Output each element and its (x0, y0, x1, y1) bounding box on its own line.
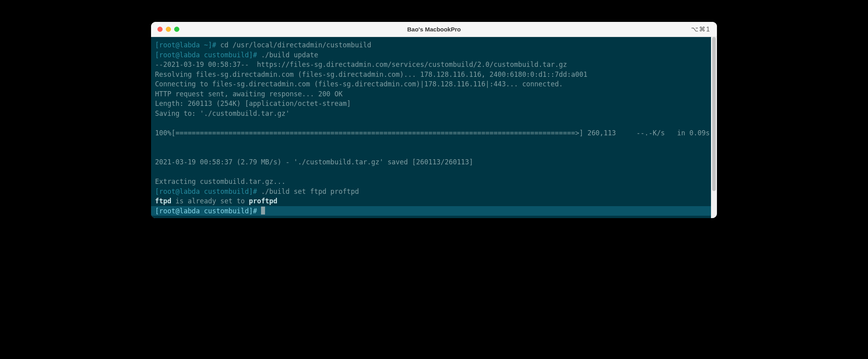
shell-prompt: [root@labda custombuild]# (155, 187, 257, 195)
terminal-content[interactable]: [root@labda ~]# cd /usr/local/directadmi… (151, 37, 711, 218)
terminal-output-line: Resolving files-sg.directadmin.com (file… (155, 70, 587, 78)
terminal-wrapper: [root@labda ~]# cd /usr/local/directadmi… (151, 37, 717, 218)
shell-command: cd /usr/local/directadmin/custombuild (216, 41, 371, 49)
shell-command: ./build update (257, 51, 318, 59)
shell-command (257, 207, 261, 215)
terminal-output-line: Saving to: './custombuild.tar.gz' (155, 109, 290, 117)
terminal-output-line: Extracting custombuild.tar.gz... (155, 178, 286, 185)
traffic-lights (151, 27, 179, 32)
window-shortcut-indicator: ⌥⌘1 (691, 25, 711, 33)
close-button[interactable] (157, 27, 163, 32)
shell-prompt: [root@labda custombuild]# (155, 51, 257, 59)
terminal-window: Bao's MacbookPro ⌥⌘1 [root@labda ~]# cd … (151, 22, 717, 218)
terminal-output-line: HTTP request sent, awaiting response... … (155, 90, 343, 98)
terminal-output-key: ftpd (155, 197, 171, 205)
shell-prompt: [root@labda ~]# (155, 41, 216, 49)
terminal-output-line: Length: 260113 (254K) [application/octet… (155, 100, 351, 107)
terminal-output-line: 100%[===================================… (155, 129, 710, 137)
terminal-output-line: 2021-03-19 00:58:37 (2.79 MB/s) - './cus… (155, 158, 473, 166)
window-title: Bao's MacbookPro (151, 26, 717, 33)
cursor-icon (261, 207, 265, 215)
active-prompt-line: [root@labda custombuild]# (151, 206, 711, 216)
terminal-output-value: proftpd (249, 197, 277, 205)
minimize-button[interactable] (166, 27, 171, 32)
terminal-output-line: --2021-03-19 00:58:37-- https://files-sg… (155, 60, 567, 68)
maximize-button[interactable] (174, 27, 179, 32)
terminal-output-text: is already set to (171, 197, 249, 205)
titlebar: Bao's MacbookPro ⌥⌘1 (151, 22, 717, 37)
scroll-thumb[interactable] (712, 37, 716, 191)
shell-prompt: [root@labda custombuild]# (155, 207, 257, 215)
terminal-output-line: Connecting to files-sg.directadmin.com (… (155, 80, 563, 88)
scrollbar[interactable] (711, 37, 717, 218)
shell-command: ./build set ftpd proftpd (257, 187, 359, 195)
